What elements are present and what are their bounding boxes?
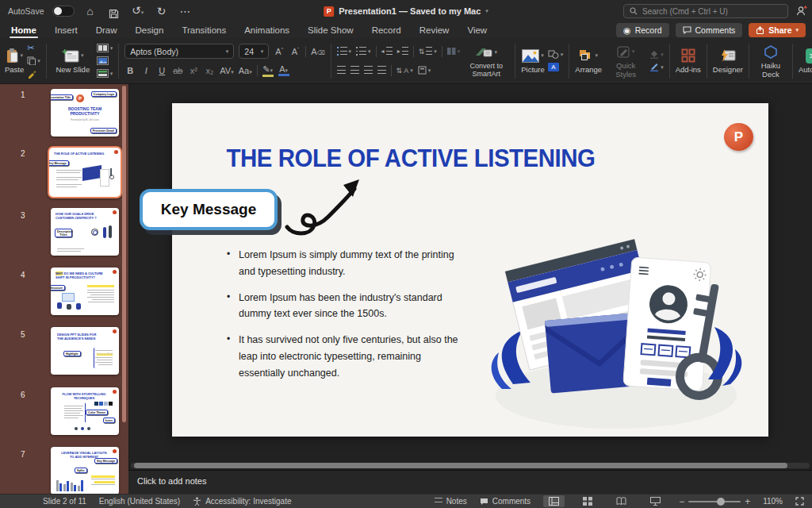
presenter-account-icon[interactable] xyxy=(796,6,807,17)
align-text-button[interactable]: ▾ xyxy=(418,65,431,75)
add-ins-button[interactable]: Add-ins xyxy=(676,47,701,74)
picture-button[interactable]: ▾ Picture xyxy=(521,47,545,74)
strikethrough-button[interactable]: ab xyxy=(172,66,183,75)
slide-sorter-view-button[interactable] xyxy=(577,495,598,507)
tab-record[interactable]: Record xyxy=(372,25,401,35)
bullet-item[interactable]: Lorem Ipsum has been the industry's stan… xyxy=(227,290,469,323)
shapes-button[interactable]: ▾ xyxy=(548,49,564,60)
notes-toggle[interactable]: Notes xyxy=(435,497,467,506)
new-slide-button[interactable]: ▾ New Slide xyxy=(52,47,94,74)
language-indicator[interactable]: English (United States) xyxy=(99,497,180,506)
comments-toggle[interactable]: Comments xyxy=(480,497,530,506)
align-left-button[interactable] xyxy=(337,65,346,75)
home-icon[interactable]: ⌂ xyxy=(82,0,98,22)
increase-font-button[interactable]: A^ xyxy=(274,47,285,56)
save-icon[interactable] xyxy=(106,3,122,19)
tab-review[interactable]: Review xyxy=(419,25,450,35)
record-button[interactable]: ◉Record xyxy=(616,23,668,37)
quick-styles-button[interactable]: ▾ Quick Styles xyxy=(605,43,646,79)
superscript-button[interactable]: x² xyxy=(188,66,199,75)
bullet-item[interactable]: It has survived not only five centuries,… xyxy=(227,332,469,381)
paste-button[interactable]: ▾ Paste xyxy=(5,47,24,74)
slideshow-view-button[interactable] xyxy=(645,495,666,507)
normal-view-button[interactable] xyxy=(543,495,565,507)
decrease-font-button[interactable]: Aˇ xyxy=(289,47,301,56)
notes-pane[interactable]: Click to add notes xyxy=(128,470,812,494)
current-slide[interactable]: THE ROLE OF ACTIVE LISTENING P Lorem Ips… xyxy=(172,103,768,437)
numbering-button[interactable]: ▾ xyxy=(356,46,371,56)
curly-arrow[interactable] xyxy=(285,178,367,241)
designer-button[interactable]: Designer xyxy=(713,47,743,74)
tab-view[interactable]: View xyxy=(467,25,487,35)
slide-title[interactable]: THE ROLE OF ACTIVE LISTENING xyxy=(219,144,603,173)
reading-view-button[interactable] xyxy=(611,495,632,507)
slide-counter[interactable]: Slide 2 of 11 xyxy=(43,497,86,506)
zoom-level[interactable]: 110% xyxy=(763,497,783,506)
slide-thumbnail-1[interactable]: Company Logo Presentation Title P BOOSTI… xyxy=(51,89,119,137)
search-box[interactable] xyxy=(623,4,788,18)
tab-insert[interactable]: Insert xyxy=(55,25,78,35)
zoom-out-button[interactable]: − xyxy=(679,496,684,507)
subscript-button[interactable]: x₂ xyxy=(204,66,215,75)
tab-home[interactable]: Home xyxy=(11,25,36,35)
comments-button[interactable]: Comments xyxy=(676,23,743,37)
zoom-slider-knob[interactable] xyxy=(717,498,725,506)
text-direction-button[interactable]: ⇅A▾ xyxy=(396,65,413,75)
text-box-button[interactable]: A xyxy=(548,62,564,72)
slide-thumbnail-2-selected[interactable]: THE ROLE OF ACTIVE LISTENING Key Message xyxy=(48,146,122,198)
zoom-in-button[interactable]: + xyxy=(745,496,750,507)
justify-button[interactable] xyxy=(377,65,386,75)
fit-slide-button[interactable] xyxy=(795,497,804,506)
underline-button[interactable]: U xyxy=(156,66,167,75)
tab-slide-show[interactable]: Slide Show xyxy=(308,25,354,35)
bullets-button[interactable]: ▾ xyxy=(337,46,352,56)
redo-button[interactable]: ↻ xyxy=(154,0,170,22)
decrease-indent-button[interactable]: ◂ xyxy=(381,46,393,56)
tab-transitions[interactable]: Transitions xyxy=(182,25,226,35)
haiku-deck-button[interactable]: Haiku Deck xyxy=(755,43,787,79)
reset-slide-button[interactable] xyxy=(97,56,113,66)
cut-button[interactable]: ✂ xyxy=(27,43,40,53)
arrange-button[interactable]: ▾ Arrange xyxy=(575,47,602,74)
change-case-button[interactable]: Aa▾ xyxy=(239,66,252,75)
shape-outline-button[interactable]: ▾ xyxy=(649,62,664,72)
clear-formatting-button[interactable]: A⌫ xyxy=(311,47,324,56)
character-spacing-button[interactable]: AV▾ xyxy=(220,66,233,75)
format-painter-button[interactable] xyxy=(27,68,40,79)
horizontal-scrollbar[interactable] xyxy=(131,463,810,468)
autosave-toggle[interactable] xyxy=(52,6,75,17)
bullet-item[interactable]: Lorem Ipsum is simply dummy text of the … xyxy=(227,247,469,280)
slide-thumbnail-4[interactable]: WHY DO WE NEED A CULTURE SHIFT IN PRODUC… xyxy=(51,267,119,315)
undo-button[interactable]: ↺▾ xyxy=(130,0,146,24)
align-right-button[interactable] xyxy=(364,65,373,75)
tab-animations[interactable]: Animations xyxy=(244,25,289,35)
tab-design[interactable]: Design xyxy=(136,25,164,35)
bold-button[interactable]: B xyxy=(124,66,136,75)
document-title-area[interactable]: P Presentation1 — Saved to my Mac ▾ xyxy=(324,0,488,22)
accessibility-status[interactable]: Accessibility: Investigate xyxy=(193,497,291,506)
convert-to-smartart-button[interactable]: ▾ Convert to SmartArt xyxy=(463,44,509,79)
line-spacing-button[interactable]: ⇅▾ xyxy=(419,46,437,56)
shape-fill-button[interactable]: ▾ xyxy=(649,49,664,60)
slide-thumbnail-7[interactable]: LEVERAGE VISUAL LAYOUTS TO ADD INTEREST … xyxy=(51,447,119,494)
slide-thumbnail-3[interactable]: HOW OUR GOALS DRIVE CUSTOMER-CENTRICITY … xyxy=(51,208,119,256)
share-button[interactable]: Share▾ xyxy=(749,23,806,37)
columns-button[interactable]: ▾ xyxy=(447,46,461,56)
align-center-button[interactable] xyxy=(350,65,359,75)
tab-draw[interactable]: Draw xyxy=(96,25,117,35)
italic-button[interactable]: I xyxy=(140,66,151,75)
more-commands-icon[interactable]: ⋯ xyxy=(178,0,193,22)
sections-button[interactable]: ▾ xyxy=(97,68,113,79)
increase-indent-button[interactable]: ▸ xyxy=(397,46,408,56)
thumbnail-scrollbar[interactable] xyxy=(122,86,126,422)
copy-button[interactable]: ▾ xyxy=(27,56,40,66)
slide-thumbnail-6[interactable]: FLOW WITH STORYTELLING TECHNIQUES Color … xyxy=(51,387,119,435)
slide-thumbnail-5[interactable]: DESIGN PPT SLIDES FOR THE AUDIENCE'S NEE… xyxy=(51,327,119,375)
key-message-callout[interactable]: Key Message xyxy=(140,189,278,230)
scrollbar-thumb[interactable] xyxy=(134,463,787,468)
notes-placeholder[interactable]: Click to add notes xyxy=(137,476,206,486)
autopilot-button[interactable]: Autopilot xyxy=(799,47,812,74)
zoom-slider[interactable] xyxy=(688,501,741,502)
search-input[interactable] xyxy=(642,7,782,16)
highlight-color-button[interactable]: ✎▾ xyxy=(262,64,274,77)
